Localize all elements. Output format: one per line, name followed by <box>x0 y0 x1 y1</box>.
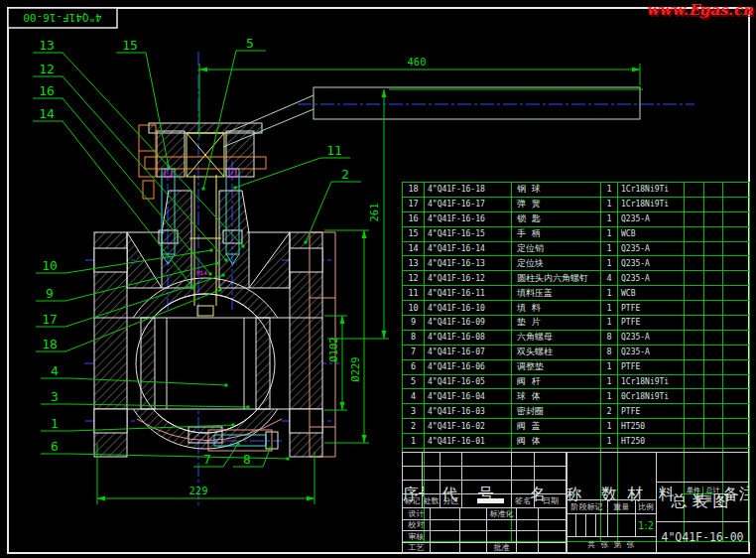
bom-cell <box>685 211 704 226</box>
balloon-number: 12 <box>39 62 55 76</box>
bom-cell: 六角螺母 <box>512 330 601 345</box>
bom-cell: 1 <box>601 256 618 271</box>
bom-cell: Q235-A <box>618 256 685 271</box>
bom-cell: 调整垫 <box>512 359 601 374</box>
bom-cell: 4"Q41F-16-07 <box>425 345 512 359</box>
revision-cell <box>534 480 567 494</box>
bom-cell <box>685 197 704 211</box>
corner-stamp: 4"Q41F-16-00 <box>8 8 117 28</box>
bom-cell: 球 体 <box>512 389 601 404</box>
bom-cell: 1 <box>601 286 618 301</box>
bom-cell <box>723 197 750 211</box>
bom-row: 154"Q41F-16-15手 柄1WCB <box>403 226 750 241</box>
body-shoulder-right <box>249 232 290 288</box>
dimension-text: 460 <box>408 56 427 68</box>
bom-cell: PTFE <box>618 404 685 419</box>
dimension-text: Ø102 <box>327 337 339 361</box>
leader-dot <box>216 262 219 265</box>
bom-row: 44"Q41F-16-04球 体10Cr18Ni9Ti <box>403 389 750 404</box>
bom-cell <box>704 316 723 331</box>
bom-cell: Q235-A <box>618 211 685 226</box>
bom-cell: 4 <box>601 271 618 286</box>
bom-cell: 4"Q41F-16-03 <box>425 404 512 419</box>
bom-cell <box>704 434 723 449</box>
leader-dot <box>210 249 213 252</box>
bom-cell: 4"Q41F-16-11 <box>425 286 512 301</box>
bom-cell: 1 <box>601 211 618 226</box>
bom-cell: PTFE <box>618 301 685 316</box>
bom-cell: HT250 <box>618 434 685 449</box>
bom-cell <box>704 389 723 404</box>
bom-cell <box>685 389 704 404</box>
bom-cell: Q235-A <box>618 241 685 256</box>
bom-cell <box>685 404 704 419</box>
leader-dot <box>225 384 228 387</box>
flange-right-bolt-hole-top <box>290 248 322 272</box>
dimension: Ø229 <box>324 230 369 443</box>
bom-cell: 4"Q41F-16-18 <box>425 183 512 198</box>
bom-cell: 1Cr18Ni9Ti <box>618 183 685 198</box>
dimension-text: 261 <box>368 204 380 222</box>
balloon-number: 14 <box>39 106 55 121</box>
bom-cell: 1 <box>601 374 618 389</box>
bom-cell <box>704 374 723 389</box>
bom-cell: 1 <box>601 434 618 449</box>
balloon-number: 10 <box>42 258 58 273</box>
bom-cell: 1 <box>601 301 618 316</box>
bom-cell: 0Cr18Ni9Ti <box>618 389 685 404</box>
bom-cell <box>723 389 750 404</box>
bom-row: 134"Q41F-16-13定位块1Q235-A <box>403 256 750 271</box>
bom-cell: 双头螺柱 <box>512 345 601 359</box>
bom-cell <box>685 330 704 345</box>
corner-stamp-text: 4"Q41F-16-00 <box>23 11 101 24</box>
balloon-number: 18 <box>42 337 58 351</box>
bom-cell <box>704 256 723 271</box>
bom-cell: 7 <box>403 345 425 359</box>
bom-cell: 1 <box>601 197 618 211</box>
revision-cell <box>534 466 567 481</box>
bom-cell <box>723 404 750 419</box>
handle-lever <box>223 87 640 147</box>
bom-row: 64"Q41F-16-06调整垫1PTFE <box>403 359 750 374</box>
revision-label: 日期 <box>534 493 567 508</box>
bom-cell: 手 柄 <box>512 226 601 241</box>
leader-dot <box>237 443 240 446</box>
balloon-callout: 8 <box>233 448 272 468</box>
bom-cell: 阀 盖 <box>512 419 601 434</box>
bom-cell: 阀 杆 <box>512 374 601 389</box>
bom-cell: 4"Q41F-16-09 <box>425 316 512 331</box>
balloon-number: 5 <box>246 36 254 51</box>
bom-cell <box>723 271 750 286</box>
bom-cell: 4"Q41F-16-02 <box>425 419 512 434</box>
balloon-number: 7 <box>203 452 211 467</box>
bom-cell <box>685 271 704 286</box>
bom-cell <box>685 183 704 198</box>
bom-row: 184"Q41F-16-18钢 球11Cr18Ni9Ti <box>403 183 750 198</box>
bom-cell: 4"Q41F-16-05 <box>425 374 512 389</box>
bom-cell: HT250 <box>618 419 685 434</box>
bom-cell <box>704 404 723 419</box>
bom-cell: 定位销 <box>512 241 601 256</box>
balloon-number: 17 <box>42 312 58 327</box>
bom-cell <box>704 345 723 359</box>
revision-cell <box>461 466 512 481</box>
leader-dot <box>232 424 235 427</box>
gland-block-right <box>226 131 254 177</box>
leader-dot <box>168 166 171 169</box>
bom-row: 54"Q41F-16-05阀 杆11Cr18Ni9Ti <box>403 374 750 389</box>
bom-cell: 15 <box>403 226 425 241</box>
bom-cell <box>723 419 750 434</box>
bom-cell <box>723 183 750 198</box>
filled-bar <box>477 498 504 503</box>
drawing-number: 4"Q41F-16-00 <box>656 521 749 553</box>
bom-cell <box>685 359 704 374</box>
bom-cell <box>723 256 750 271</box>
bom-cell <box>685 419 704 434</box>
bom-cell <box>685 226 704 241</box>
revision-cell <box>422 466 441 481</box>
revision-cell <box>402 452 423 467</box>
balloon-number: 15 <box>122 38 138 53</box>
bom-cell: 圆柱头内六角螺钉 <box>512 271 601 286</box>
bom-cell: 14 <box>403 241 425 256</box>
bom-cell: 4"Q41F-16-01 <box>425 434 512 449</box>
